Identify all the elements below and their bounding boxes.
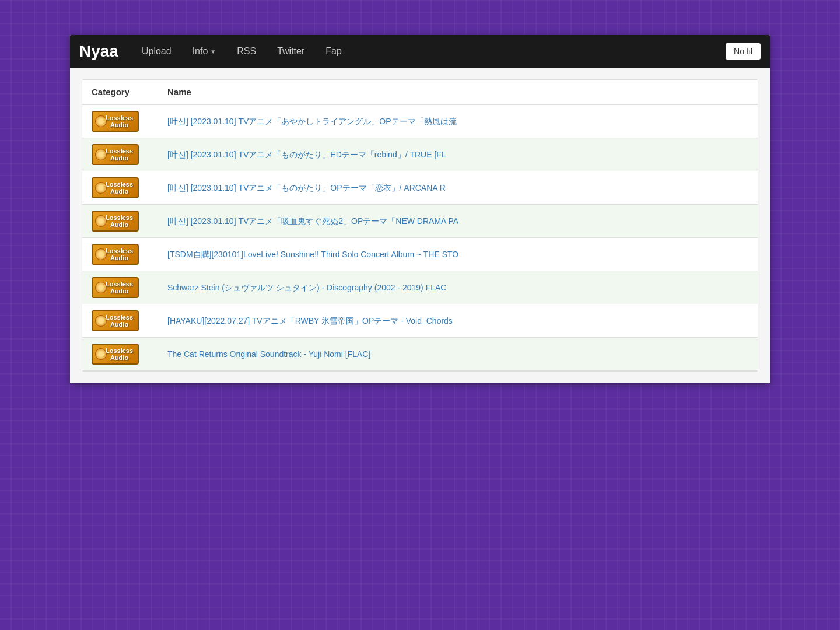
category-badge[interactable]: LosslessAudio bbox=[92, 211, 139, 232]
name-cell: Schwarz Stein (シュヴァルツ シュタイン) - Discograp… bbox=[158, 271, 758, 304]
category-cell: LosslessAudio bbox=[82, 205, 158, 238]
torrents-table: Category Name LosslessAudio[叶신] [2023.01… bbox=[82, 80, 758, 371]
torrent-link[interactable]: [叶신] [2023.01.10] TVアニメ「ものがたり」EDテーマ「rebi… bbox=[167, 150, 446, 159]
table-row: LosslessAudio[叶신] [2023.01.10] TVアニメ「ものが… bbox=[82, 172, 758, 205]
nav-twitter[interactable]: Twitter bbox=[268, 41, 314, 61]
nav-fap[interactable]: Fap bbox=[316, 41, 351, 61]
name-cell: [叶신] [2023.01.10] TVアニメ「あやかしトライアングル」OPテー… bbox=[158, 104, 758, 138]
torrent-link[interactable]: [叶신] [2023.01.10] TVアニメ「ものがたり」OPテーマ「恋衣」/… bbox=[167, 183, 446, 192]
badge-text-top: Lossless bbox=[106, 181, 133, 188]
info-dropdown-arrow: ▼ bbox=[210, 48, 216, 55]
name-cell: [叶신] [2023.01.10] TVアニメ「吸血鬼すぐ死ぬ2」OPテーマ「N… bbox=[158, 205, 758, 238]
name-cell: [TSDM自購][230101]LoveLive! Sunshine!! Thi… bbox=[158, 238, 758, 271]
badge-text-bottom: Audio bbox=[110, 121, 128, 128]
nav-upload[interactable]: Upload bbox=[132, 41, 181, 61]
category-badge[interactable]: LosslessAudio bbox=[92, 111, 139, 132]
torrent-link[interactable]: [叶신] [2023.01.10] TVアニメ「あやかしトライアングル」OPテー… bbox=[167, 117, 457, 126]
torrent-link[interactable]: [TSDM自購][230101]LoveLive! Sunshine!! Thi… bbox=[167, 250, 459, 259]
badge-text-top: Lossless bbox=[106, 247, 133, 254]
badge-text-bottom: Audio bbox=[110, 354, 128, 361]
table-row: LosslessAudio[叶신] [2023.01.10] TVアニメ「吸血鬼… bbox=[82, 205, 758, 238]
category-badge[interactable]: LosslessAudio bbox=[92, 244, 139, 265]
badge-text-top: Lossless bbox=[106, 314, 133, 321]
table-row: LosslessAudioSchwarz Stein (シュヴァルツ シュタイン… bbox=[82, 271, 758, 304]
header-category: Category bbox=[82, 80, 158, 104]
badge-text-top: Lossless bbox=[106, 148, 133, 155]
category-badge[interactable]: LosslessAudio bbox=[92, 310, 139, 331]
navbar-links: Upload Info ▼ RSS Twitter Fap bbox=[132, 41, 726, 61]
no-filter-button[interactable]: No fil bbox=[726, 43, 761, 60]
table-container: Category Name LosslessAudio[叶신] [2023.01… bbox=[82, 79, 758, 372]
category-cell: LosslessAudio bbox=[82, 304, 158, 338]
table-body: LosslessAudio[叶신] [2023.01.10] TVアニメ「あやか… bbox=[82, 104, 758, 371]
badge-text-bottom: Audio bbox=[110, 188, 128, 195]
category-badge[interactable]: LosslessAudio bbox=[92, 177, 139, 198]
category-badge[interactable]: LosslessAudio bbox=[92, 344, 139, 365]
category-cell: LosslessAudio bbox=[82, 338, 158, 371]
name-cell: [叶신] [2023.01.10] TVアニメ「ものがたり」OPテーマ「恋衣」/… bbox=[158, 172, 758, 205]
category-badge[interactable]: LosslessAudio bbox=[92, 277, 139, 298]
category-cell: LosslessAudio bbox=[82, 138, 158, 172]
badge-text-top: Lossless bbox=[106, 214, 133, 221]
torrent-link[interactable]: [HAYAKU][2022.07.27] TVアニメ「RWBY 氷雪帝国」OPテ… bbox=[167, 316, 453, 326]
category-cell: LosslessAudio bbox=[82, 238, 158, 271]
content-area: Category Name LosslessAudio[叶신] [2023.01… bbox=[70, 68, 770, 383]
badge-text-bottom: Audio bbox=[110, 321, 128, 328]
table-row: LosslessAudio[叶신] [2023.01.10] TVアニメ「あやか… bbox=[82, 104, 758, 138]
torrent-link[interactable]: Schwarz Stein (シュヴァルツ シュタイン) - Discograp… bbox=[167, 283, 446, 292]
category-cell: LosslessAudio bbox=[82, 271, 158, 304]
badge-text-bottom: Audio bbox=[110, 254, 128, 261]
category-cell: LosslessAudio bbox=[82, 172, 158, 205]
nav-rss[interactable]: RSS bbox=[228, 41, 265, 61]
badge-text-top: Lossless bbox=[106, 347, 133, 354]
badge-text-top: Lossless bbox=[106, 281, 133, 288]
badge-text-bottom: Audio bbox=[110, 221, 128, 228]
table-row: LosslessAudio[叶신] [2023.01.10] TVアニメ「ものが… bbox=[82, 138, 758, 172]
navbar-right: No fil bbox=[726, 43, 761, 60]
nav-info[interactable]: Info ▼ bbox=[183, 41, 226, 61]
table-row: LosslessAudio[TSDM自購][230101]LoveLive! S… bbox=[82, 238, 758, 271]
header-name: Name bbox=[158, 80, 758, 104]
navbar: Nyaa Upload Info ▼ RSS Twitter Fap No fi… bbox=[70, 35, 770, 68]
badge-text-bottom: Audio bbox=[110, 155, 128, 162]
category-badge[interactable]: LosslessAudio bbox=[92, 144, 139, 165]
badge-text-bottom: Audio bbox=[110, 288, 128, 295]
site-brand[interactable]: Nyaa bbox=[79, 42, 118, 61]
table-row: LosslessAudio[HAYAKU][2022.07.27] TVアニメ「… bbox=[82, 304, 758, 338]
name-cell: [叶신] [2023.01.10] TVアニメ「ものがたり」EDテーマ「rebi… bbox=[158, 138, 758, 172]
table-header-row: Category Name bbox=[82, 80, 758, 104]
category-cell: LosslessAudio bbox=[82, 104, 158, 138]
torrent-link[interactable]: The Cat Returns Original Soundtrack - Yu… bbox=[167, 349, 370, 359]
main-container: Nyaa Upload Info ▼ RSS Twitter Fap No fi… bbox=[70, 35, 770, 383]
name-cell: The Cat Returns Original Soundtrack - Yu… bbox=[158, 338, 758, 371]
badge-text-top: Lossless bbox=[106, 114, 133, 121]
torrent-link[interactable]: [叶신] [2023.01.10] TVアニメ「吸血鬼すぐ死ぬ2」OPテーマ「N… bbox=[167, 216, 459, 226]
table-row: LosslessAudioThe Cat Returns Original So… bbox=[82, 338, 758, 371]
name-cell: [HAYAKU][2022.07.27] TVアニメ「RWBY 氷雪帝国」OPテ… bbox=[158, 304, 758, 338]
